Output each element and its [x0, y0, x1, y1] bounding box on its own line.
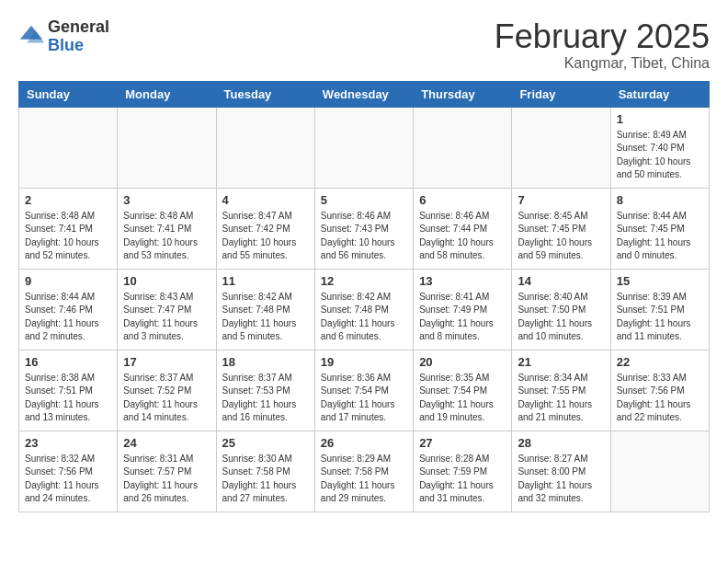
day-number: 28 — [518, 436, 604, 450]
day-number: 14 — [518, 274, 604, 288]
calendar-cell: 19Sunrise: 8:36 AM Sunset: 7:54 PM Dayli… — [314, 350, 413, 431]
calendar-week-row: 16Sunrise: 8:38 AM Sunset: 7:51 PM Dayli… — [19, 350, 710, 431]
day-info: Sunrise: 8:42 AM Sunset: 7:48 PM Dayligh… — [222, 291, 309, 344]
day-number: 11 — [222, 274, 309, 288]
day-info: Sunrise: 8:41 AM Sunset: 7:49 PM Dayligh… — [419, 291, 506, 344]
day-info: Sunrise: 8:47 AM Sunset: 7:42 PM Dayligh… — [222, 210, 309, 263]
day-info: Sunrise: 8:30 AM Sunset: 7:58 PM Dayligh… — [222, 453, 309, 506]
calendar-cell: 11Sunrise: 8:42 AM Sunset: 7:48 PM Dayli… — [216, 269, 314, 350]
calendar-cell: 16Sunrise: 8:38 AM Sunset: 7:51 PM Dayli… — [19, 350, 118, 431]
calendar-cell: 5Sunrise: 8:46 AM Sunset: 7:43 PM Daylig… — [314, 188, 413, 269]
calendar-cell: 6Sunrise: 8:46 AM Sunset: 7:44 PM Daylig… — [414, 188, 512, 269]
day-info: Sunrise: 8:45 AM Sunset: 7:45 PM Dayligh… — [518, 210, 604, 263]
calendar-cell: 10Sunrise: 8:43 AM Sunset: 7:47 PM Dayli… — [118, 269, 216, 350]
day-number: 10 — [123, 274, 210, 288]
calendar-cell — [512, 107, 610, 188]
day-info: Sunrise: 8:44 AM Sunset: 7:45 PM Dayligh… — [617, 210, 703, 263]
day-info: Sunrise: 8:31 AM Sunset: 7:57 PM Dayligh… — [123, 453, 210, 506]
weekday-row: SundayMondayTuesdayWednesdayThursdayFrid… — [19, 81, 710, 107]
day-number: 17 — [123, 355, 210, 369]
day-info: Sunrise: 8:32 AM Sunset: 7:56 PM Dayligh… — [25, 453, 111, 506]
logo-blue: Blue — [48, 37, 109, 55]
day-info: Sunrise: 8:49 AM Sunset: 7:40 PM Dayligh… — [617, 129, 703, 182]
weekday-header: Friday — [512, 81, 610, 107]
day-number: 27 — [419, 436, 506, 450]
calendar-body: 1Sunrise: 8:49 AM Sunset: 7:40 PM Daylig… — [19, 107, 710, 511]
calendar-cell: 22Sunrise: 8:33 AM Sunset: 7:56 PM Dayli… — [610, 350, 709, 431]
calendar-cell: 23Sunrise: 8:32 AM Sunset: 7:56 PM Dayli… — [19, 431, 118, 511]
day-number: 12 — [321, 274, 407, 288]
day-number: 13 — [419, 274, 506, 288]
weekday-header: Monday — [118, 81, 216, 107]
day-number: 8 — [617, 193, 703, 207]
day-number: 15 — [617, 274, 703, 288]
day-info: Sunrise: 8:37 AM Sunset: 7:52 PM Dayligh… — [123, 372, 210, 425]
day-info: Sunrise: 8:46 AM Sunset: 7:43 PM Dayligh… — [321, 210, 407, 263]
calendar-cell: 1Sunrise: 8:49 AM Sunset: 7:40 PM Daylig… — [610, 107, 709, 188]
day-number: 16 — [25, 355, 111, 369]
calendar-cell: 21Sunrise: 8:34 AM Sunset: 7:55 PM Dayli… — [512, 350, 610, 431]
calendar-week-row: 2Sunrise: 8:48 AM Sunset: 7:41 PM Daylig… — [19, 188, 710, 269]
day-number: 18 — [222, 355, 309, 369]
day-number: 20 — [419, 355, 506, 369]
calendar-header: SundayMondayTuesdayWednesdayThursdayFrid… — [19, 81, 710, 107]
weekday-header: Wednesday — [314, 81, 413, 107]
day-number: 4 — [222, 193, 309, 207]
day-number: 24 — [123, 436, 210, 450]
weekday-header: Saturday — [610, 81, 709, 107]
page-header: General Blue February 2025 Kangmar, Tibe… — [18, 18, 710, 72]
weekday-header: Thursday — [414, 81, 512, 107]
day-info: Sunrise: 8:28 AM Sunset: 7:59 PM Dayligh… — [419, 453, 506, 506]
calendar-week-row: 1Sunrise: 8:49 AM Sunset: 7:40 PM Daylig… — [19, 107, 710, 188]
calendar-cell — [314, 107, 413, 188]
logo-icon — [18, 24, 44, 50]
calendar-cell: 9Sunrise: 8:44 AM Sunset: 7:46 PM Daylig… — [19, 269, 118, 350]
day-info: Sunrise: 8:46 AM Sunset: 7:44 PM Dayligh… — [419, 210, 506, 263]
day-info: Sunrise: 8:43 AM Sunset: 7:47 PM Dayligh… — [123, 291, 210, 344]
day-number: 19 — [321, 355, 407, 369]
calendar-cell: 7Sunrise: 8:45 AM Sunset: 7:45 PM Daylig… — [512, 188, 610, 269]
calendar-cell — [19, 107, 118, 188]
day-info: Sunrise: 8:39 AM Sunset: 7:51 PM Dayligh… — [617, 291, 703, 344]
calendar: SundayMondayTuesdayWednesdayThursdayFrid… — [18, 81, 710, 512]
calendar-cell: 12Sunrise: 8:42 AM Sunset: 7:48 PM Dayli… — [314, 269, 413, 350]
day-info: Sunrise: 8:40 AM Sunset: 7:50 PM Dayligh… — [518, 291, 604, 344]
calendar-week-row: 9Sunrise: 8:44 AM Sunset: 7:46 PM Daylig… — [19, 269, 710, 350]
day-info: Sunrise: 8:35 AM Sunset: 7:54 PM Dayligh… — [419, 372, 506, 425]
calendar-cell: 26Sunrise: 8:29 AM Sunset: 7:58 PM Dayli… — [314, 431, 413, 511]
calendar-cell: 17Sunrise: 8:37 AM Sunset: 7:52 PM Dayli… — [118, 350, 216, 431]
day-number: 22 — [617, 355, 703, 369]
calendar-cell — [414, 107, 512, 188]
calendar-cell: 13Sunrise: 8:41 AM Sunset: 7:49 PM Dayli… — [414, 269, 512, 350]
calendar-week-row: 23Sunrise: 8:32 AM Sunset: 7:56 PM Dayli… — [19, 431, 710, 511]
day-number: 1 — [617, 112, 703, 126]
calendar-cell: 8Sunrise: 8:44 AM Sunset: 7:45 PM Daylig… — [610, 188, 709, 269]
calendar-cell — [610, 431, 709, 511]
day-number: 26 — [321, 436, 407, 450]
day-number: 6 — [419, 193, 506, 207]
calendar-cell: 2Sunrise: 8:48 AM Sunset: 7:41 PM Daylig… — [19, 188, 118, 269]
day-info: Sunrise: 8:27 AM Sunset: 8:00 PM Dayligh… — [518, 453, 604, 506]
day-number: 21 — [518, 355, 604, 369]
calendar-cell: 15Sunrise: 8:39 AM Sunset: 7:51 PM Dayli… — [610, 269, 709, 350]
calendar-cell: 14Sunrise: 8:40 AM Sunset: 7:50 PM Dayli… — [512, 269, 610, 350]
calendar-cell: 4Sunrise: 8:47 AM Sunset: 7:42 PM Daylig… — [216, 188, 314, 269]
calendar-cell — [118, 107, 216, 188]
calendar-cell: 20Sunrise: 8:35 AM Sunset: 7:54 PM Dayli… — [414, 350, 512, 431]
location: Kangmar, Tibet, China — [495, 55, 710, 72]
day-info: Sunrise: 8:48 AM Sunset: 7:41 PM Dayligh… — [123, 210, 210, 263]
day-number: 23 — [25, 436, 111, 450]
calendar-cell — [216, 107, 314, 188]
weekday-header: Sunday — [19, 81, 118, 107]
day-number: 25 — [222, 436, 309, 450]
month-title: February 2025 — [495, 18, 710, 55]
day-info: Sunrise: 8:44 AM Sunset: 7:46 PM Dayligh… — [25, 291, 111, 344]
day-number: 5 — [321, 193, 407, 207]
calendar-cell: 25Sunrise: 8:30 AM Sunset: 7:58 PM Dayli… — [216, 431, 314, 511]
day-info: Sunrise: 8:42 AM Sunset: 7:48 PM Dayligh… — [321, 291, 407, 344]
day-info: Sunrise: 8:38 AM Sunset: 7:51 PM Dayligh… — [25, 372, 111, 425]
calendar-cell: 24Sunrise: 8:31 AM Sunset: 7:57 PM Dayli… — [118, 431, 216, 511]
logo-general: General — [48, 18, 109, 37]
calendar-cell: 27Sunrise: 8:28 AM Sunset: 7:59 PM Dayli… — [414, 431, 512, 511]
calendar-cell: 3Sunrise: 8:48 AM Sunset: 7:41 PM Daylig… — [118, 188, 216, 269]
